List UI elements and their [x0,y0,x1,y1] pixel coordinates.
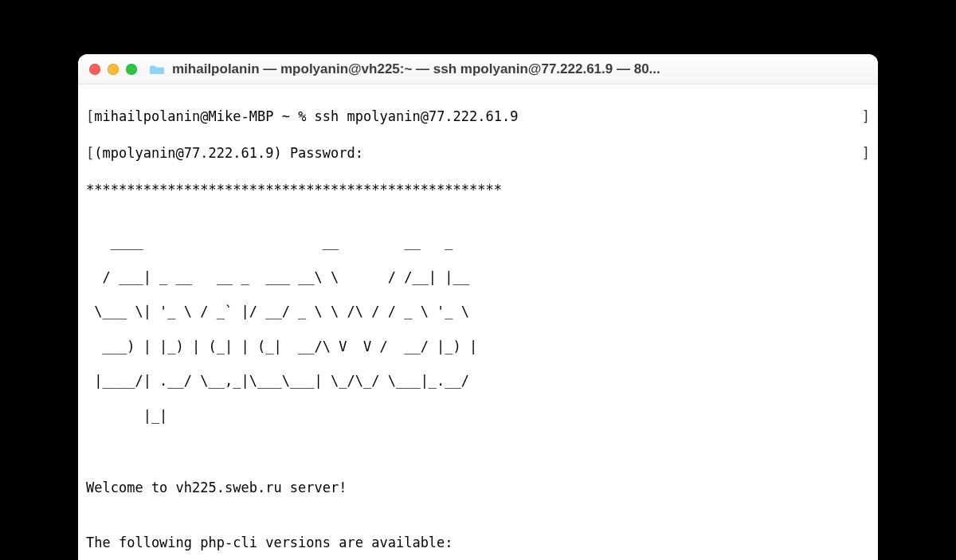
window-title: mihailpolanin — mpolyanin@vh225:~ — ssh … [172,61,867,77]
local-user-host: mihailpolanin@Mike-MBP [94,108,273,124]
minimize-window-button[interactable] [108,64,119,75]
bracket-left: [ [86,145,94,161]
terminal-body[interactable]: [mihailpolanin@Mike-MBP ~ % ssh mpolyani… [78,84,878,560]
local-prompt-line: [mihailpolanin@Mike-MBP ~ % ssh mpolyani… [86,108,870,126]
ssh-command: ssh mpolyanin@77.222.61.9 [315,108,519,124]
password-prompt-line: [(mpolyanin@77.222.61.9) Password:] [86,144,870,163]
ascii-line: ___) | |_) | (_| | (_| __/\ V V / __/ |_… [86,339,870,356]
local-path: ~ % [273,108,314,124]
terminal-window: mihailpolanin — mpolyanin@vh225:~ — ssh … [78,54,878,560]
ascii-art-logo: ____ __ __ _ / ___| _ __ __ _ ___ __\ \ … [86,217,870,443]
titlebar[interactable]: mihailpolanin — mpolyanin@vh225:~ — ssh … [78,54,878,84]
close-window-button[interactable] [89,64,100,75]
bracket-right: ] [862,144,870,163]
welcome-message: Welcome to vh225.sweb.ru server! [86,479,870,497]
folder-icon [150,64,164,75]
ascii-line: |_| [86,408,870,425]
ascii-line: |____/| .__/ \__,_|\___\___| \_/\_/ \___… [86,373,870,390]
ascii-line: / ___| _ __ __ _ ___ __\ \ / /__| |__ [86,269,870,287]
maximize-window-button[interactable] [126,64,137,75]
ascii-line: \___ \| '_ \ / _` |/ __/ _ \ \ /\ / / _ … [86,303,870,321]
divider-stars-top: ****************************************… [86,181,870,199]
password-prompt: (mpolyanin@77.222.61.9) Password: [94,145,363,161]
bracket-left: [ [86,108,94,124]
traffic-lights [89,64,137,75]
ascii-line: ____ __ __ _ [86,234,870,252]
php-heading: The following php-cli versions are avail… [86,534,870,552]
bracket-right: ] [862,108,870,126]
